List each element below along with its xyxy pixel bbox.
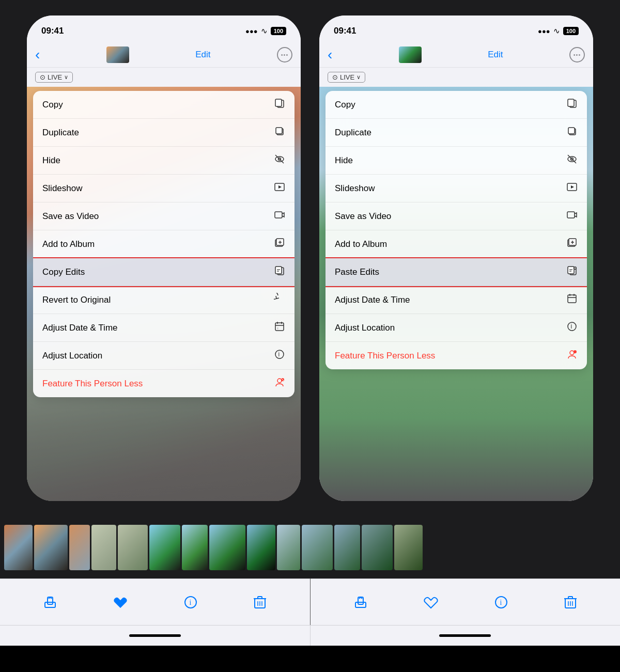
pasteedits-label-right: Paste Edits [335,267,379,277]
pasteedits-icon-right [566,265,578,279]
featureless-icon-right [566,349,578,363]
filmstrip-thumb-7[interactable] [182,525,208,570]
filmstrip-thumb-2[interactable] [34,525,68,570]
menu-item-slideshow-right[interactable]: Slideshow [326,175,587,202]
edit-button-right[interactable]: Edit [488,50,503,60]
featureless-label-right: Feature This Person Less [335,351,435,361]
menu-item-location-right[interactable]: Adjust Location i [326,314,587,342]
svg-marker-8 [278,185,282,189]
more-button-left[interactable]: ••• [277,47,292,62]
info-button-left[interactable]: i [183,595,198,610]
featureless-label-left: Feature This Person Less [42,379,143,389]
hide-icon-left [274,153,285,167]
menu-item-duplicate-left[interactable]: Duplicate [33,119,295,147]
filmstrip-thumb-12[interactable] [334,525,360,570]
menu-item-addalbum-left[interactable]: Add to Album [33,230,295,258]
filmstrip-thumb-6[interactable] [149,525,180,570]
copy-label-left: Copy [42,100,63,110]
slideshow-icon-right [566,181,578,195]
share-button-right[interactable] [353,595,368,610]
datetime-label-right: Adjust Date & Time [335,295,410,305]
context-menu-right: Copy Duplicate Hide [319,87,593,501]
menu-item-featureless-right[interactable]: Feature This Person Less [326,342,587,369]
menu-item-savevideo-right[interactable]: Save as Video [326,202,587,230]
addalbum-icon-left [274,237,285,251]
svg-rect-38 [567,212,575,218]
menu-item-copyedits-left[interactable]: Copy Edits [33,258,295,286]
svg-text:!: ! [277,327,278,330]
revert-icon-left [274,293,285,307]
copy-icon-right [566,98,578,112]
svg-text:i: i [278,351,280,358]
time-right: 09:41 [334,26,356,36]
featureless-icon-left [274,377,285,390]
copy-icon-left [274,98,285,112]
live-badge-right[interactable]: ⊙ LIVE ∨ [328,72,365,83]
wifi-icon-right: ∿ [553,26,560,36]
battery-right: 100 [563,27,579,35]
status-icons-right: ●●● ∿ 100 [538,26,579,36]
menu-item-copy-left[interactable]: Copy [33,91,295,119]
location-icon-left: i [274,349,285,363]
svg-text:i: i [500,599,502,606]
nav-photo-left [106,46,129,63]
photo-area-left: Copy Duplicate Hide [27,87,301,501]
status-bar-right: 09:41 ●●● ∿ 100 [319,15,593,42]
home-indicators [0,625,620,646]
menu-item-hide-left[interactable]: Hide [33,147,295,175]
svg-marker-37 [571,185,574,189]
menu-item-featureless-left[interactable]: Feature This Person Less [33,370,295,397]
duplicate-icon-right [566,126,578,139]
trash-button-left[interactable] [253,595,267,610]
filmstrip-thumb-9[interactable] [247,525,275,570]
info-button-right[interactable]: i [494,595,508,610]
menu-item-revert-left[interactable]: Revert to Original [33,286,295,314]
filmstrip-thumb-11[interactable] [302,525,333,570]
svg-rect-15 [275,267,282,274]
more-button-right[interactable]: ••• [569,47,585,62]
time-left: 09:41 [41,26,64,36]
menu-item-hide-right[interactable]: Hide [326,147,587,175]
addalbum-icon-right [566,237,578,251]
savevideo-label-left: Save as Video [42,211,99,222]
filmstrip-thumb-5[interactable] [118,525,148,570]
filmstrip-thumb-14[interactable] [394,525,423,570]
menu-item-copy-right[interactable]: Copy [326,91,587,119]
filmstrip-thumb-1[interactable] [4,525,33,570]
trash-button-right[interactable] [564,595,577,610]
svg-rect-44 [568,267,574,274]
filmstrip-thumb-10[interactable] [277,525,300,570]
menu-item-datetime-left[interactable]: Adjust Date & Time ! [33,314,295,342]
menu-item-slideshow-left[interactable]: Slideshow [33,175,295,202]
filmstrip-thumb-4[interactable] [91,525,116,570]
home-left [0,625,310,646]
wifi-icon-left: ∿ [261,26,268,36]
live-bar-right: ⊙ LIVE ∨ [319,68,593,87]
share-button-left[interactable] [43,595,57,610]
filmstrip-thumb-13[interactable] [362,525,393,570]
addalbum-label-right: Add to Album [335,239,387,249]
menu-item-duplicate-right[interactable]: Duplicate [326,119,587,147]
live-badge-left[interactable]: ⊙ LIVE ∨ [35,72,73,83]
back-button-left[interactable]: ‹ [35,46,40,63]
heart-button-right[interactable] [423,595,439,610]
svg-text:i: i [190,599,192,606]
photo-area-right: Copy Duplicate Hide [319,87,593,501]
menu-item-location-left[interactable]: Adjust Location i [33,342,295,370]
duplicate-icon-left [274,126,285,139]
toolbar-right: i [311,579,621,625]
datetime-label-left: Adjust Date & Time [42,323,118,333]
menu-item-addalbum-right[interactable]: Add to Album [326,230,587,258]
copy-label-right: Copy [335,100,355,110]
menu-item-pasteedits-right[interactable]: Paste Edits [326,258,587,286]
savevideo-icon-right [566,209,578,223]
battery-left: 100 [271,27,286,35]
edit-button-left[interactable]: Edit [195,50,210,60]
svg-rect-50 [568,295,576,303]
back-button-right[interactable]: ‹ [328,46,332,63]
menu-item-datetime-right[interactable]: Adjust Date & Time [326,286,587,314]
heart-button-left[interactable] [113,595,128,610]
filmstrip-thumb-8[interactable] [209,525,245,570]
menu-item-savevideo-left[interactable]: Save as Video [33,202,295,230]
filmstrip-thumb-3[interactable] [69,525,90,570]
